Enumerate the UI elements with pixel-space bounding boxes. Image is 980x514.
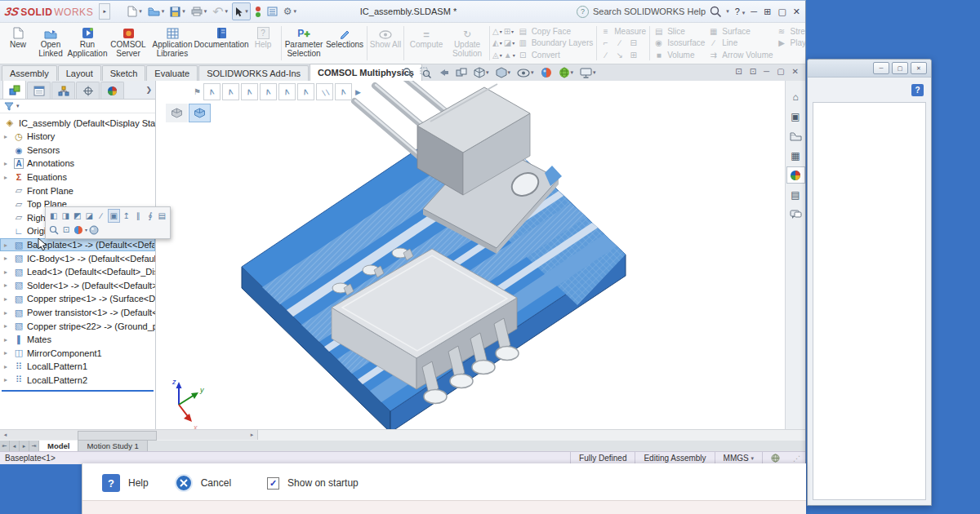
- last-tab-button[interactable]: ⇥: [29, 441, 39, 451]
- view-settings-button[interactable]: ▾: [580, 68, 596, 78]
- search-help-box[interactable]: ? Search SOLIDWORKS Help ▾: [577, 6, 729, 18]
- tab-layout[interactable]: Layout: [58, 65, 101, 81]
- parameter-selection-button[interactable]: P✚Parameter Selection: [283, 24, 324, 63]
- breadcrumb-baseplate[interactable]: [189, 104, 211, 122]
- mate-button[interactable]: [222, 83, 239, 100]
- first-tab-button[interactable]: ⇤: [0, 441, 10, 451]
- tool-icon[interactable]: ∕: [614, 38, 625, 47]
- comsol-pane-button[interactable]: [786, 166, 805, 184]
- prev-tab-button[interactable]: ◂: [10, 441, 20, 451]
- panel-tabs-expand[interactable]: ❯: [145, 86, 152, 94]
- line-button[interactable]: ∕Line: [708, 38, 773, 48]
- more-mates-arrow[interactable]: ▶: [355, 88, 361, 96]
- previous-view-button[interactable]: [438, 68, 449, 78]
- material-button[interactable]: [88, 224, 100, 236]
- tree-item-solder[interactable]: ▸Solder<1> -> (Default<<Default>_Display…: [0, 279, 155, 293]
- breadcrumb-assembly[interactable]: [166, 104, 188, 122]
- dimxpertmanager-tab[interactable]: [76, 82, 100, 99]
- mesh-button[interactable]: ⊞▾: [504, 26, 515, 37]
- smart-fasteners-button[interactable]: ∮: [145, 210, 156, 222]
- help-button[interactable]: ?Help: [247, 24, 279, 63]
- tree-item-power-transistor[interactable]: ▸Power transistor<1> -> (Default<<Defaul…: [0, 306, 155, 320]
- undo-button[interactable]: ▾: [211, 3, 229, 20]
- open-button[interactable]: ▾: [146, 3, 167, 20]
- help-button[interactable]: ?: [102, 474, 120, 492]
- zoom-area-button[interactable]: [420, 67, 431, 78]
- application-libraries-button[interactable]: Application Libraries: [149, 24, 196, 63]
- tree-item-ic-body[interactable]: ▸IC-Body<1> -> (Default<<Default>_Displa…: [0, 251, 155, 265]
- doc-close-button[interactable]: ✕: [792, 67, 799, 76]
- open-linked-button[interactable]: Open Linked: [34, 24, 67, 63]
- isolate-button[interactable]: ⊡: [60, 224, 72, 236]
- tool-icon[interactable]: ↘: [614, 51, 625, 60]
- isosurface-button[interactable]: ◉Isosurface: [653, 38, 705, 48]
- tab-sketch[interactable]: Sketch: [102, 65, 146, 81]
- streamline-button[interactable]: ≋Streamline: [777, 26, 805, 37]
- selections-button[interactable]: Selections: [324, 24, 365, 63]
- file-explorer-button[interactable]: [786, 127, 805, 144]
- slice-button[interactable]: ▤Slice: [653, 26, 705, 37]
- comsol-server-button[interactable]: COMSOL Server: [108, 24, 149, 63]
- appearance-button[interactable]: [73, 224, 84, 236]
- tree-item-copper-stripe-22[interactable]: ▸Copper stripe<22> -> (Ground_plate_void…: [0, 319, 155, 333]
- save-button[interactable]: ▾: [168, 3, 187, 20]
- tree-item-baseplate[interactable]: ▸Baseplate<1> -> (Default<<Default>_Disp…: [0, 238, 155, 252]
- copy-face-button[interactable]: ▤Copy Face: [518, 26, 594, 37]
- graphics-viewport[interactable]: ⚑ ▶: [156, 81, 785, 429]
- show-all-button[interactable]: Show All: [369, 24, 402, 63]
- units-selector[interactable]: MMGS ▾: [715, 452, 762, 464]
- view-palette-button[interactable]: [786, 147, 805, 164]
- hide-component-button[interactable]: ▣: [108, 209, 121, 223]
- tab-assembly[interactable]: Assembly: [2, 65, 57, 81]
- next-tab-button[interactable]: ▸: [20, 441, 29, 451]
- convert-button[interactable]: ⊡Convert: [518, 50, 594, 60]
- edit-part-button[interactable]: ◧: [48, 210, 60, 222]
- cancel-button[interactable]: [175, 474, 193, 492]
- design-library-button[interactable]: [786, 108, 805, 125]
- mate-button[interactable]: [241, 83, 258, 100]
- tree-item-sensors[interactable]: Sensors: [0, 144, 155, 157]
- print-button[interactable]: ▾: [189, 3, 209, 20]
- parallel-mate-button[interactable]: [316, 83, 333, 100]
- mate-button[interactable]: [260, 83, 277, 100]
- mesh-button[interactable]: △▾: [492, 26, 502, 37]
- tool-icon[interactable]: ⊞: [628, 51, 639, 60]
- tab-motion-study-1[interactable]: Motion Study 1: [78, 441, 147, 451]
- propertymanager-tab[interactable]: [27, 82, 51, 99]
- minimize-button[interactable]: [751, 7, 757, 16]
- surface-button[interactable]: ▦Surface: [708, 26, 773, 37]
- tree-item-equations[interactable]: ▸Equations: [0, 171, 155, 184]
- arrow-volume-button[interactable]: ⇉Arrow Volume: [708, 50, 773, 60]
- custom-properties-button[interactable]: [786, 186, 805, 203]
- run-application-button[interactable]: Run Application: [67, 24, 108, 63]
- boundary-layers-button[interactable]: ▥Boundary Layers: [518, 38, 594, 48]
- mesh-button[interactable]: ◬▾: [492, 50, 502, 60]
- menu-flyout-button[interactable]: ▸: [99, 3, 110, 20]
- dialog-restore-button[interactable]: ▢: [892, 62, 908, 74]
- component-properties-button[interactable]: ▤: [157, 210, 168, 222]
- tool-icon[interactable]: ⌐: [600, 38, 611, 47]
- restore-button[interactable]: [764, 7, 771, 17]
- tab-solidworks-add-ins[interactable]: SOLIDWORKS Add-Ins: [198, 65, 309, 81]
- dialog-minimize-button[interactable]: ─: [873, 62, 889, 74]
- mesh-button[interactable]: ▲▾: [504, 50, 515, 60]
- edit-appearance-button[interactable]: [541, 67, 552, 78]
- dialog-help-button[interactable]: ?: [911, 84, 924, 96]
- globe-cell[interactable]: [762, 452, 788, 464]
- featuremanager-tab[interactable]: [2, 81, 26, 99]
- mate-button[interactable]: ∥: [133, 210, 145, 222]
- rollback-bar[interactable]: [2, 390, 154, 392]
- home-button[interactable]: [786, 88, 805, 105]
- hide-show-items-button[interactable]: ▾: [517, 69, 534, 78]
- configurationmanager-tab[interactable]: [51, 82, 75, 99]
- tree-item-history[interactable]: ▸History: [0, 130, 155, 144]
- mate-button[interactable]: [335, 83, 352, 100]
- component-display-button[interactable]: ◪: [84, 210, 96, 222]
- tree-item-mirrorcomponent1[interactable]: ▸MirrorComponent1: [0, 347, 155, 361]
- horizontal-scrollbar[interactable]: ◂ ▸: [0, 430, 258, 440]
- player-button[interactable]: ▶Player: [777, 38, 805, 48]
- tool-icon[interactable]: ∕: [600, 51, 611, 60]
- compute-button[interactable]: =Compute: [406, 24, 447, 63]
- tool-icon[interactable]: ⊟: [628, 38, 639, 47]
- documentation-button[interactable]: Documentation: [196, 24, 247, 63]
